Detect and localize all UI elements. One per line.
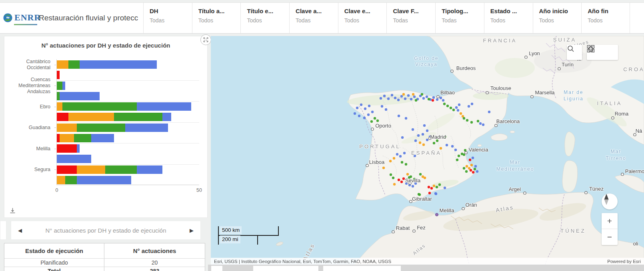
feature-dot-b[interactable] — [451, 145, 454, 147]
bar-guadiana-1[interactable] — [57, 124, 168, 132]
feature-dot-r[interactable] — [430, 187, 433, 189]
feature-dot-g[interactable] — [450, 107, 452, 109]
feature-dot-b[interactable] — [371, 111, 374, 113]
feature-dot-g[interactable] — [463, 167, 465, 169]
feature-dot-b[interactable] — [458, 104, 460, 106]
zoom-out-button[interactable]: − — [602, 229, 618, 245]
feature-dot-o[interactable] — [389, 160, 392, 162]
feature-dot-b[interactable] — [400, 95, 403, 98]
basemap-gallery-button[interactable] — [602, 45, 618, 60]
filter-clave-a[interactable]: Clave a...Todas — [289, 3, 338, 33]
feature-dot-b[interactable] — [391, 94, 393, 96]
bar-melilla-1[interactable] — [57, 144, 80, 153]
segment-orange[interactable] — [57, 124, 77, 132]
filter-año-fin[interactable]: Año finTodos — [581, 3, 630, 33]
feature-dot-o[interactable] — [412, 93, 414, 96]
feature-dot-b[interactable] — [356, 107, 358, 109]
feature-dot-b[interactable] — [444, 187, 446, 189]
bar-cantábrico-occidental-1[interactable] — [57, 60, 157, 69]
pagination-prev-button[interactable]: ◀ — [11, 227, 29, 233]
feature-dot-g[interactable] — [436, 139, 438, 142]
feature-dot-b[interactable] — [360, 104, 362, 106]
segment-orange[interactable] — [77, 165, 105, 174]
bar-segura-2[interactable] — [57, 176, 131, 184]
feature-dot-b[interactable] — [446, 144, 448, 146]
feature-dot-b[interactable] — [488, 111, 490, 113]
segment-green[interactable] — [114, 113, 162, 121]
segment-blue[interactable] — [77, 144, 80, 153]
feature-dot-o[interactable] — [393, 157, 395, 159]
bar-ebro-2[interactable] — [57, 113, 171, 121]
segment-red[interactable] — [57, 165, 77, 174]
filter-dh[interactable]: DHTodas — [143, 3, 192, 33]
segment-blue[interactable] — [125, 124, 168, 132]
feature-dot-g[interactable] — [433, 142, 435, 144]
feature-dot-g[interactable] — [421, 93, 423, 96]
feature-dot-g[interactable] — [446, 105, 449, 107]
segment-blue[interactable] — [60, 92, 100, 100]
feature-dot-b[interactable] — [354, 112, 356, 115]
segment-green[interactable] — [57, 82, 62, 90]
feature-dot-g[interactable] — [465, 170, 468, 173]
feature-dot-b[interactable] — [403, 152, 406, 154]
feature-dot-g[interactable] — [463, 153, 465, 156]
segment-blue[interactable] — [137, 165, 162, 174]
feature-dot-o[interactable] — [460, 112, 462, 115]
segment-orange[interactable] — [57, 176, 65, 184]
segment-blue[interactable] — [80, 60, 157, 69]
feature-dot-b[interactable] — [398, 115, 400, 117]
feature-dot-b[interactable] — [423, 124, 426, 127]
feature-dot-g[interactable] — [466, 119, 468, 122]
feature-dot-b[interactable] — [394, 97, 396, 99]
feature-dot-b[interactable] — [434, 192, 437, 195]
feature-dot-b[interactable] — [412, 128, 414, 131]
feature-dot-b[interactable] — [368, 105, 370, 107]
feature-dot-b[interactable] — [381, 105, 383, 108]
segment-green[interactable] — [57, 92, 60, 100]
segment-green[interactable] — [65, 176, 77, 184]
bar-segura-1[interactable] — [57, 165, 162, 174]
feature-dot-r[interactable] — [428, 192, 431, 194]
feature-dot-r[interactable] — [432, 99, 434, 102]
segment-orange[interactable] — [57, 60, 68, 69]
filter-clave-e[interactable]: Clave e...Todos — [338, 3, 387, 33]
compass-reset-north-button[interactable] — [602, 193, 618, 209]
feature-dot-g[interactable] — [452, 109, 455, 111]
feature-dot-b[interactable] — [397, 99, 400, 101]
feature-dot-g[interactable] — [474, 168, 476, 170]
feature-dot-g[interactable] — [436, 186, 438, 188]
feature-dot-g[interactable] — [392, 177, 394, 179]
feature-dot-b[interactable] — [422, 97, 425, 100]
feature-dot-b[interactable] — [383, 95, 386, 97]
feature-dot-b[interactable] — [407, 94, 410, 97]
feature-dot-b[interactable] — [387, 98, 390, 100]
feature-dot-r[interactable] — [470, 169, 472, 171]
zoom-in-button[interactable]: + — [602, 213, 618, 229]
feature-dot-g[interactable] — [470, 121, 473, 124]
map-search-button[interactable] — [567, 45, 582, 60]
feature-dot-o[interactable] — [393, 183, 396, 185]
segment-blue[interactable] — [57, 155, 91, 163]
segment-green[interactable] — [105, 165, 137, 174]
filter-clave-f[interactable]: Clave F...Todas — [386, 3, 435, 33]
feature-dot-b[interactable] — [413, 96, 416, 98]
feature-dot-p[interactable] — [435, 213, 438, 216]
pagination-next-button[interactable]: ▶ — [183, 227, 200, 233]
feature-dot-b[interactable] — [385, 108, 387, 111]
feature-dot-b[interactable] — [468, 105, 470, 108]
feature-dot-b[interactable] — [426, 130, 428, 132]
bar-cantábrico-occidental-2[interactable] — [57, 71, 60, 79]
segment-blue[interactable] — [62, 82, 65, 90]
segment-blue[interactable] — [77, 176, 131, 184]
feature-dot-g[interactable] — [401, 161, 403, 163]
segment-red[interactable] — [57, 134, 60, 142]
segment-green[interactable] — [68, 60, 80, 69]
feature-dot-o[interactable] — [466, 165, 468, 167]
feature-dot-o[interactable] — [433, 185, 435, 187]
feature-dot-o[interactable] — [402, 93, 405, 96]
filter-título-e[interactable]: Título e...Todos — [240, 3, 289, 33]
feature-dot-r[interactable] — [402, 177, 405, 180]
feature-dot-g[interactable] — [374, 117, 376, 120]
feature-dot-b[interactable] — [426, 139, 428, 141]
feature-dot-o[interactable] — [422, 143, 425, 146]
